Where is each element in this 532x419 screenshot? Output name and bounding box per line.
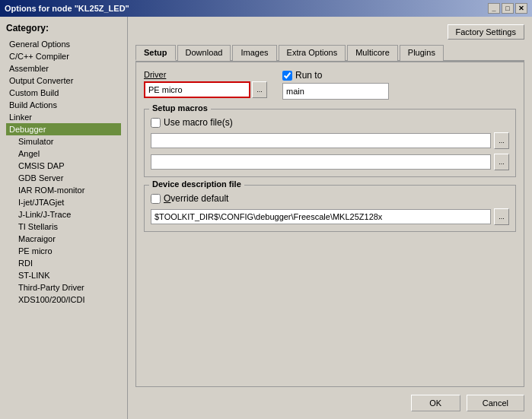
main-container: Category: General OptionsC/C++ CompilerA… xyxy=(0,17,532,419)
run-to-group: Run to xyxy=(282,70,389,100)
factory-settings-button[interactable]: Factory Settings xyxy=(448,24,524,40)
bottom-buttons: OK Cancel xyxy=(135,387,524,411)
category-item-pe-micro[interactable]: PE micro xyxy=(6,245,121,257)
category-item-angel[interactable]: Angel xyxy=(6,148,121,160)
tab-images[interactable]: Images xyxy=(232,45,276,61)
tab-plugins[interactable]: Plugins xyxy=(400,45,444,61)
minimize-button[interactable]: _ xyxy=(488,3,500,14)
driver-section: Driver ... Run to xyxy=(144,70,516,100)
device-browse-button[interactable]: ... xyxy=(494,208,509,225)
macro-input-1[interactable] xyxy=(151,133,491,148)
override-row: Override default xyxy=(151,193,509,204)
driver-input-row: ... xyxy=(144,81,267,98)
factory-settings-row: Factory Settings xyxy=(135,24,524,40)
device-input-row: ... xyxy=(151,208,509,225)
category-item-custom-build[interactable]: Custom Build xyxy=(6,87,121,99)
macro-browse-1-button[interactable]: ... xyxy=(494,132,509,149)
macro-input-row-1: ... xyxy=(151,132,509,149)
right-panel: Factory Settings Setup Download Images E… xyxy=(128,17,532,419)
macro-input-2[interactable] xyxy=(151,154,491,170)
category-item-ti-stellaris[interactable]: TI Stellaris xyxy=(6,221,121,233)
close-button[interactable]: ✕ xyxy=(515,3,527,14)
tab-setup[interactable]: Setup xyxy=(135,45,176,61)
category-item-assembler[interactable]: Assembler xyxy=(6,62,121,75)
category-item-third-party-driver[interactable]: Third-Party Driver xyxy=(6,281,121,294)
maximize-button[interactable]: □ xyxy=(502,3,514,14)
device-desc-input[interactable] xyxy=(151,209,491,224)
category-item-i-jetjtagjet[interactable]: I-jet/JTAGjet xyxy=(6,196,121,208)
run-to-input[interactable] xyxy=(282,83,389,100)
category-item-general-options[interactable]: General Options xyxy=(6,38,121,50)
run-to-checkbox-row: Run to xyxy=(282,70,389,81)
driver-label: Driver xyxy=(144,70,267,79)
tab-content: Driver ... Run to Setup macros xyxy=(135,62,524,387)
setup-macros-box: Setup macros Use macro file(s) ... ... xyxy=(144,109,516,177)
window-title: Options for node "KL25Z_LED" xyxy=(5,4,129,13)
use-macro-row: Use macro file(s) xyxy=(151,117,509,128)
category-label: Category: xyxy=(6,23,121,33)
category-item-rdi[interactable]: RDI xyxy=(6,257,121,269)
tabs-container: Setup Download Images Extra Options Mult… xyxy=(135,44,524,62)
use-macro-checkbox[interactable] xyxy=(151,118,161,128)
category-item-j-linkj-trace[interactable]: J-Link/J-Trace xyxy=(6,208,121,221)
category-item-gdb-server[interactable]: GDB Server xyxy=(6,172,121,184)
left-panel: Category: General OptionsC/C++ CompilerA… xyxy=(0,17,128,419)
category-item-build-actions[interactable]: Build Actions xyxy=(6,99,121,111)
cancel-button[interactable]: Cancel xyxy=(467,395,524,411)
device-desc-box: Device description file Override default… xyxy=(144,185,516,232)
override-label: Override default xyxy=(164,193,228,204)
setup-macros-title: Setup macros xyxy=(149,103,211,113)
tab-extra-options[interactable]: Extra Options xyxy=(279,45,346,61)
category-item-output-converter[interactable]: Output Converter xyxy=(6,75,121,87)
tab-download[interactable]: Download xyxy=(177,45,231,61)
title-bar-buttons: _ □ ✕ xyxy=(488,3,527,14)
category-item-debugger[interactable]: Debugger xyxy=(6,123,121,135)
driver-browse-button[interactable]: ... xyxy=(252,81,267,98)
run-to-checkbox[interactable] xyxy=(282,71,292,81)
category-item-cmsis-dap[interactable]: CMSIS DAP xyxy=(6,160,121,172)
device-desc-title: Device description file xyxy=(149,179,244,189)
run-to-label: Run to xyxy=(295,70,322,81)
category-item-cc-compiler[interactable]: C/C++ Compiler xyxy=(6,50,121,62)
category-item-iar-rom-monitor[interactable]: IAR ROM-monitor xyxy=(6,184,121,196)
category-item-st-link[interactable]: ST-LINK xyxy=(6,269,121,281)
category-item-simulator[interactable]: Simulator xyxy=(6,135,121,148)
title-bar: Options for node "KL25Z_LED" _ □ ✕ xyxy=(0,0,532,17)
macro-input-row-2: ... xyxy=(151,154,509,170)
use-macro-label: Use macro file(s) xyxy=(164,117,233,128)
driver-input[interactable] xyxy=(144,81,250,98)
tab-multicore[interactable]: Multicore xyxy=(347,45,398,61)
category-item-linker[interactable]: Linker xyxy=(6,111,121,123)
ok-button[interactable]: OK xyxy=(411,395,460,411)
category-item-macraigor[interactable]: Macraigor xyxy=(6,233,121,245)
category-item-xds100200icdi[interactable]: XDS100/200/ICDI xyxy=(6,294,121,306)
override-checkbox[interactable] xyxy=(151,194,161,204)
category-list: General OptionsC/C++ CompilerAssemblerOu… xyxy=(6,38,121,306)
driver-group: Driver ... xyxy=(144,70,267,98)
macro-browse-2-button[interactable]: ... xyxy=(494,154,509,170)
